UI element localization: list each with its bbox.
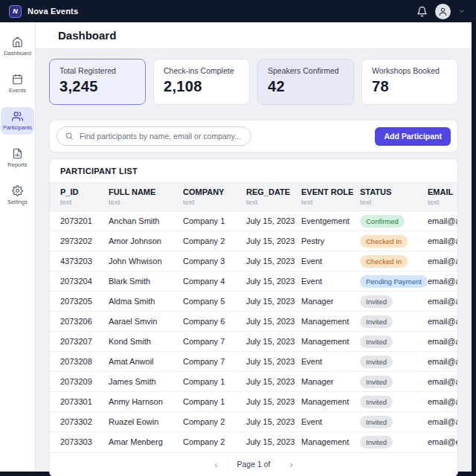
cell-pid: 2073204 — [50, 271, 109, 292]
add-participant-button[interactable]: Add Participant — [375, 127, 451, 146]
notifications-button[interactable] — [416, 6, 428, 17]
sidebar: Dashboard Events Participants Reports Se… — [0, 22, 36, 472]
column-header: EMAIL text — [428, 183, 457, 211]
app-logo: N — [9, 5, 22, 18]
column-name: EVENT ROLE — [301, 187, 357, 196]
table-row[interactable]: 2073208 Amat Anwoil Company 7 July 15, 2… — [50, 352, 457, 372]
cell-company: Company 4 — [183, 271, 246, 292]
search-icon — [65, 132, 74, 141]
sidebar-item-settings[interactable]: Settings — [1, 181, 34, 209]
page-header: Dashboard — [36, 22, 472, 49]
status-badge: Checked In — [360, 235, 408, 248]
toolbar: Add Participant — [49, 120, 458, 152]
sidebar-item-events[interactable]: Events — [1, 70, 34, 97]
table-row[interactable]: 2073207 Kond Smith Company 7 July 15, 20… — [50, 332, 457, 352]
column-header: FULL NAME text — [109, 183, 183, 211]
cell-pid: 2073302 — [50, 412, 109, 432]
cell-pid: 2973202 — [50, 231, 109, 251]
column-type: text — [301, 198, 357, 206]
column-type: text — [246, 198, 298, 206]
search-box — [57, 126, 251, 146]
user-menu-button[interactable] — [435, 4, 451, 19]
table-row[interactable]: 2073302 Ruazel Eowin Company 2 July 15, … — [50, 412, 457, 432]
table-row[interactable]: 2073206 Aarael Smvin Company 6 July 15, … — [50, 312, 457, 332]
cell-status: Invited — [360, 392, 428, 412]
cell-email: email@amtni — [428, 352, 457, 372]
stat-card-total-registered[interactable]: Total Registered 3,245 — [49, 59, 146, 105]
sidebar-item-reports[interactable]: Reports — [1, 144, 34, 172]
cell-status: Invited — [360, 312, 428, 332]
stat-card-check-ins-complete[interactable]: Check-ins Complete 2,108 — [153, 59, 250, 105]
stat-value: 78 — [372, 78, 448, 95]
cell-company: Company 3 — [183, 251, 246, 271]
cell-full-name: Amar Menberg — [109, 432, 183, 452]
cell-email: email@emma — [428, 432, 457, 452]
cell-email: email@annor — [428, 231, 457, 251]
table-row[interactable]: 2973202 Amor Johnson Company 2 July 15, … — [50, 231, 457, 251]
pagination: ‹ Page 1 of › — [50, 452, 457, 476]
prev-page-button[interactable]: ‹ — [213, 460, 219, 469]
cell-email: email@annoa — [428, 372, 457, 392]
stat-cards: Total Registered 3,245 Check-ins Complet… — [49, 59, 458, 105]
column-name: EMAIL — [428, 187, 457, 196]
column-type: text — [360, 198, 425, 206]
cell-reg-date: July 15, 2023 — [246, 372, 301, 392]
status-badge: Pending Payment — [360, 275, 428, 288]
column-name: COMPANY — [183, 187, 243, 196]
table-row[interactable]: 2073209 James Smith Company 1 July 15, 2… — [50, 372, 457, 392]
table-row[interactable]: 2073205 Aldma Smith Company 5 July 15, 2… — [50, 292, 457, 312]
table-row[interactable]: 2073303 Amar Menberg Company 2 July 15, … — [50, 432, 457, 452]
table-row[interactable]: 2073201 Anchan Smith Company 1 July 15, … — [50, 211, 457, 231]
cell-company: Company 6 — [183, 312, 246, 332]
table-row[interactable]: 2073301 Anmy Harnson Company 1 July 15, … — [50, 392, 457, 412]
cell-status: Checked In — [360, 231, 428, 251]
cell-event-role: Management — [301, 392, 360, 412]
cell-pid: 2073303 — [50, 432, 109, 452]
cell-email: email@annor — [428, 392, 457, 412]
next-page-button[interactable]: › — [288, 460, 294, 469]
cell-event-role: Manager — [301, 292, 360, 312]
cell-event-role: Management — [301, 312, 360, 332]
table-row[interactable]: 2073204 Blark Smith Company 4 July 15, 2… — [50, 271, 457, 292]
cell-status: Invited — [360, 332, 428, 352]
cell-status: Invited — [360, 352, 428, 372]
cell-event-role: Management — [301, 432, 360, 452]
cell-event-role: Event — [301, 352, 360, 372]
status-badge: Invited — [360, 295, 393, 308]
sidebar-item-dashboard[interactable]: Dashboard — [1, 33, 34, 60]
cell-company: Company 2 — [183, 412, 246, 432]
cell-company: Company 1 — [183, 392, 246, 412]
home-icon — [12, 36, 23, 48]
sidebar-item-participants[interactable]: Participants — [1, 107, 34, 135]
stat-card-workshops-booked[interactable]: Workshops Booked 78 — [361, 59, 458, 105]
user-icon — [438, 7, 448, 16]
cell-email: email@annor — [428, 251, 457, 271]
cell-email: email@annoa — [428, 312, 457, 332]
report-icon — [12, 148, 23, 159]
cell-reg-date: July 15, 2023 — [246, 352, 301, 372]
cell-pid: 2073207 — [50, 332, 109, 352]
column-name: STATUS — [360, 187, 425, 196]
cell-status: Confirmed — [360, 211, 428, 231]
cell-event-role: Eventgement — [301, 211, 360, 231]
cell-pid: 2073301 — [50, 392, 109, 412]
brand-title: Nova Events — [28, 7, 78, 16]
user-menu-caret[interactable] — [458, 7, 466, 15]
cell-reg-date: July 15, 2023 — [246, 412, 301, 432]
stat-card-speakers-confirmed[interactable]: Speakers Confirmed 42 — [257, 59, 354, 105]
column-type: text — [109, 198, 180, 206]
search-input[interactable] — [78, 131, 243, 141]
cell-email: email@amtnr — [428, 292, 457, 312]
status-badge: Invited — [360, 315, 393, 328]
cell-company: Company 5 — [183, 292, 246, 312]
column-type: text — [183, 198, 243, 206]
cell-reg-date: July 15, 2023 — [246, 392, 301, 412]
cell-full-name: John Whwison — [109, 251, 183, 271]
cell-reg-date: July 15, 2023 — [246, 432, 301, 452]
column-header: REG_DATE text — [246, 183, 301, 211]
stat-value: 42 — [268, 78, 344, 95]
table-row[interactable]: 4373203 John Whwison Company 3 July 15, … — [50, 251, 457, 271]
cell-pid: 2073206 — [50, 312, 109, 332]
status-badge: Checked In — [360, 255, 408, 268]
cell-full-name: Anmy Harnson — [109, 392, 183, 412]
